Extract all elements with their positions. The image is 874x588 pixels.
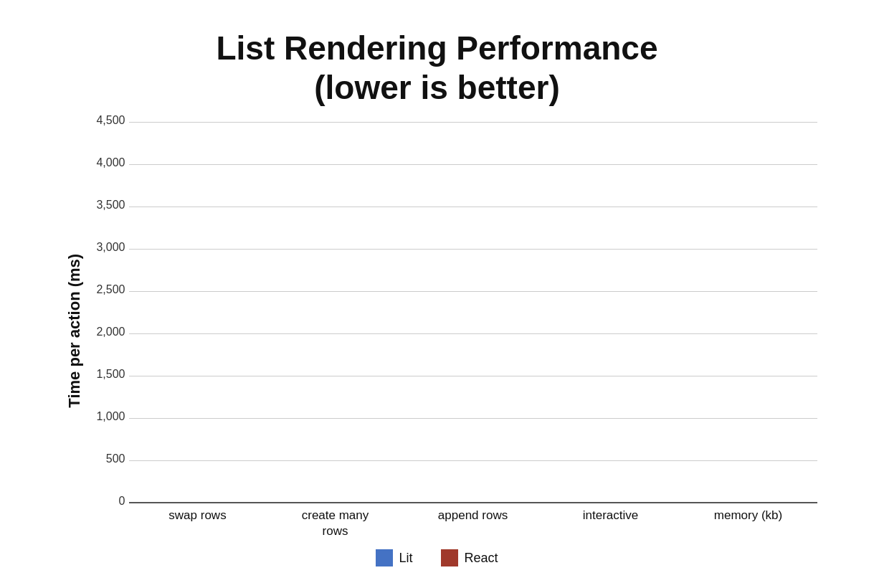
x-axis-label: append rows [404,508,542,539]
baseline [129,502,817,503]
plot-area: 4,5004,0003,5003,0002,5002,0001,5001,000… [86,122,817,503]
legend-swatch-react [441,549,458,566]
grid-label: 3,500 [82,199,125,212]
x-axis-label: create manyrows [267,508,404,539]
grid-label: 4,500 [82,114,125,127]
x-axis-label: memory (kb) [680,508,817,539]
title-line1: List Rendering Performance [216,29,657,67]
legend-item-react: React [441,549,498,566]
bars-row [129,122,817,503]
y-axis-label: Time per action (ms) [57,122,86,539]
legend-item-lit: Lit [376,549,412,566]
legend-lit-label: Lit [399,551,412,566]
chart-inner: 4,5004,0003,5003,0002,5002,0001,5001,000… [86,122,817,539]
legend: Lit React [376,549,498,566]
x-axis-label: swap rows [129,508,267,539]
grid-label: 2,500 [82,283,125,296]
legend-swatch-lit [376,549,393,566]
grid-label: 3,000 [82,241,125,254]
grid-label: 2,000 [82,326,125,338]
chart-area: Time per action (ms) 4,5004,0003,5003,00… [57,122,817,539]
grid-label: 1,500 [82,368,125,381]
title-line2: (lower is better) [314,69,560,106]
grid-label: 1,000 [82,410,125,423]
chart-title: List Rendering Performance (lower is bet… [216,29,657,108]
grid-label: 4,000 [82,156,125,169]
x-axis-labels: swap rowscreate manyrowsappend rowsinter… [129,508,817,539]
chart-container: List Rendering Performance (lower is bet… [43,14,832,574]
x-axis-label: interactive [542,508,680,539]
grid-label: 500 [82,452,125,465]
grid-label: 0 [82,495,125,508]
legend-react-label: React [464,551,498,566]
